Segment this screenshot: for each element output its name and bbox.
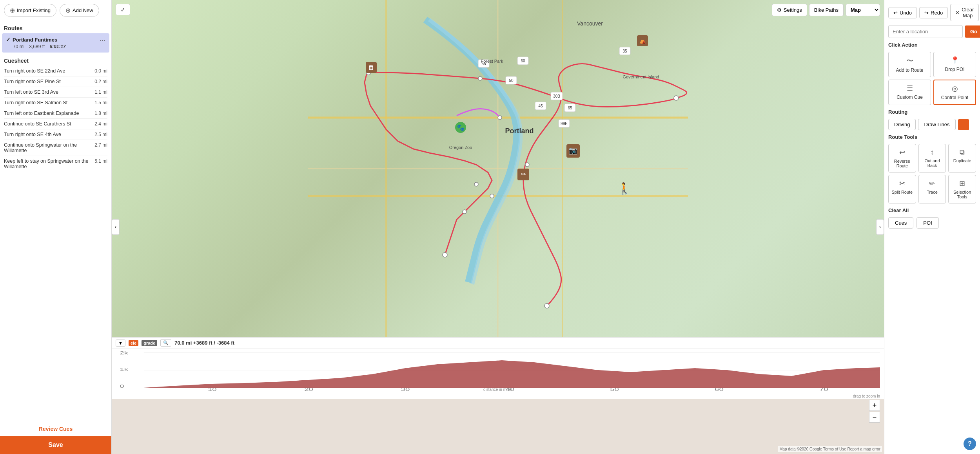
cue-instruction: Continue onto Springwater on the Willame… xyxy=(4,142,90,153)
cue-distance: 2.5 mi xyxy=(90,132,107,137)
add-new-button[interactable]: ⊕ Add New xyxy=(60,4,99,17)
drop-poi-button[interactable]: 📍 Drop POI xyxy=(933,52,976,77)
cue-row: Continue onto SE Caruthers St2.4 mi xyxy=(4,119,107,129)
svg-text:🗑: 🗑 xyxy=(368,64,374,71)
cue-row: Turn left onto Eastbank Esplanade1.8 mi xyxy=(4,108,107,119)
undo-button[interactable]: ↩ Undo xyxy=(888,7,917,18)
svg-rect-40 xyxy=(559,120,570,127)
duplicate-button[interactable]: ⧉ Duplicate xyxy=(948,144,976,173)
svg-text:30B: 30B xyxy=(553,94,560,98)
cuesheet-list: Turn right onto SE 22nd Ave0.0 miTurn ri… xyxy=(0,66,111,422)
svg-point-7 xyxy=(443,252,447,257)
svg-text:10: 10 xyxy=(208,387,217,392)
cue-distance: 5.1 mi xyxy=(90,158,107,164)
settings-button[interactable]: ⚙ Settings xyxy=(772,4,807,16)
route-name: Portland Funtimes xyxy=(13,37,57,43)
duplicate-icon: ⧉ xyxy=(960,148,965,156)
map-controls-right: ⚙ Settings Bike Paths Map Satellite Terr… xyxy=(772,4,880,16)
svg-text:50: 50 xyxy=(509,78,514,83)
reverse-route-button[interactable]: ↩ Reverse Route xyxy=(888,144,916,173)
go-button[interactable]: Go xyxy=(965,25,980,38)
split-route-button[interactable]: ✂ Split Route xyxy=(888,175,916,203)
svg-text:20: 20 xyxy=(304,387,313,392)
cue-distance: 1.1 mi xyxy=(90,89,107,95)
click-action-label: Click Action xyxy=(888,42,976,48)
cue-row: Turn right onto SE Salmon St1.5 mi xyxy=(4,98,107,108)
route-tools-grid: ↩ Reverse Route ↕ Out and Back ⧉ Duplica… xyxy=(888,144,976,203)
draw-lines-button[interactable]: Draw Lines xyxy=(918,119,955,130)
split-route-icon: ✂ xyxy=(899,179,905,188)
control-point-button[interactable]: ◎ Control Point xyxy=(933,80,976,105)
map-collapse-left-button[interactable]: ‹ xyxy=(112,219,120,235)
location-row: Go xyxy=(888,25,976,38)
route-item-details: ✓ Portland Funtimes 70 mi 3,689 ft 6:01:… xyxy=(6,36,66,49)
svg-rect-16 xyxy=(366,62,377,73)
trace-button[interactable]: ✏ Trace xyxy=(918,175,946,203)
close-icon: ✕ xyxy=(955,10,960,16)
svg-text:Government Island: Government Island xyxy=(623,74,659,79)
help-button[interactable]: ? xyxy=(964,438,976,450)
drop-poi-icon: 📍 xyxy=(951,56,959,65)
control-point-icon: ◎ xyxy=(952,84,958,93)
route-name-row: ✓ Portland Funtimes xyxy=(6,36,66,43)
map-type-select[interactable]: Map Satellite Terrain xyxy=(846,4,880,16)
route-item[interactable]: ✓ Portland Funtimes 70 mi 3,689 ft 6:01:… xyxy=(2,33,109,53)
svg-rect-26 xyxy=(517,57,528,65)
svg-text:0: 0 xyxy=(120,384,124,389)
route-options-button[interactable]: ··· xyxy=(100,36,105,45)
add-to-route-icon: 〜 xyxy=(906,56,913,65)
svg-rect-28 xyxy=(478,60,489,67)
svg-point-12 xyxy=(525,163,529,167)
custom-cue-button[interactable]: ☰ Custom Cue xyxy=(888,80,931,105)
out-and-back-button[interactable]: ↕ Out and Back xyxy=(918,144,946,173)
cue-instruction: Keep left to stay on Springwater on the … xyxy=(4,158,90,169)
cue-distance: 0.0 mi xyxy=(90,68,107,74)
save-button[interactable]: Save xyxy=(0,436,111,454)
elevation-chart: 2k 1k 0 10 20 30 40 50 60 70 distance in… xyxy=(112,349,884,392)
redo-button[interactable]: ↪ Redo xyxy=(919,7,948,18)
cue-instruction: Turn left onto Eastbank Esplanade xyxy=(4,111,79,116)
clear-map-button[interactable]: ✕ Clear Map xyxy=(950,4,979,21)
routing-color-button[interactable] xyxy=(958,119,969,130)
selection-tools-button[interactable]: ⊞ Selection Tools xyxy=(948,175,976,203)
svg-text:60: 60 xyxy=(715,387,724,392)
map-attribution: Map data ©2020 Google Terms of Use Repor… xyxy=(778,446,882,452)
location-input[interactable] xyxy=(888,25,963,38)
ele-tag: ele xyxy=(129,340,138,346)
right-panel: ↩ Undo ↪ Redo ✕ Clear Map Go Click Actio… xyxy=(884,0,980,454)
map-collapse-right-button[interactable]: › xyxy=(876,219,884,235)
svg-point-15 xyxy=(474,182,478,186)
svg-rect-36 xyxy=(551,92,563,100)
bike-paths-button[interactable]: Bike Paths xyxy=(809,4,844,16)
svg-rect-32 xyxy=(535,102,546,110)
add-to-route-button[interactable]: 〜 Add to Route xyxy=(888,52,931,77)
svg-point-8 xyxy=(544,303,549,308)
import-existing-button[interactable]: ⊕ Import Existing xyxy=(4,4,56,17)
routing-label: Routing xyxy=(888,109,976,115)
clear-cues-button[interactable]: Cues xyxy=(888,217,913,229)
clear-poi-button[interactable]: POI xyxy=(916,217,938,229)
elevation-panel: ▼ ele grade 🔍 70.0 mi +3689 ft / -3684 f… xyxy=(112,337,884,399)
svg-point-6 xyxy=(366,70,371,75)
elevation-collapse-button[interactable]: ▼ xyxy=(116,340,125,347)
expand-button[interactable]: ⤢ xyxy=(116,4,130,15)
cue-row: Continue onto Springwater on the Willame… xyxy=(4,140,107,156)
route-meta: 70 mi 3,689 ft 6:01:17 xyxy=(6,44,66,49)
route-check-icon: ✓ xyxy=(6,36,11,43)
zoom-out-button[interactable]: − xyxy=(869,412,880,423)
svg-text:📷: 📷 xyxy=(569,146,578,155)
svg-text:Forest Park: Forest Park xyxy=(481,59,503,64)
svg-text:60: 60 xyxy=(521,59,525,63)
svg-text:65: 65 xyxy=(568,106,572,110)
map-area[interactable]: 🗑 ⛺ 📷 ✏ 🐾 60 55 50 45 35 30B xyxy=(112,0,884,454)
elevation-zoom-button[interactable]: 🔍 xyxy=(160,339,171,347)
svg-text:70: 70 xyxy=(819,387,828,392)
zoom-in-button[interactable]: + xyxy=(869,400,880,411)
svg-text:99E: 99E xyxy=(561,122,568,126)
add-new-icon: ⊕ xyxy=(65,7,71,14)
elevation-x-label: distance in miles xyxy=(483,387,512,392)
review-cues-button[interactable]: Review Cues xyxy=(0,422,111,436)
svg-rect-22 xyxy=(517,169,529,180)
route-distance: 70 mi xyxy=(13,44,24,49)
driving-button[interactable]: Driving xyxy=(888,119,916,130)
